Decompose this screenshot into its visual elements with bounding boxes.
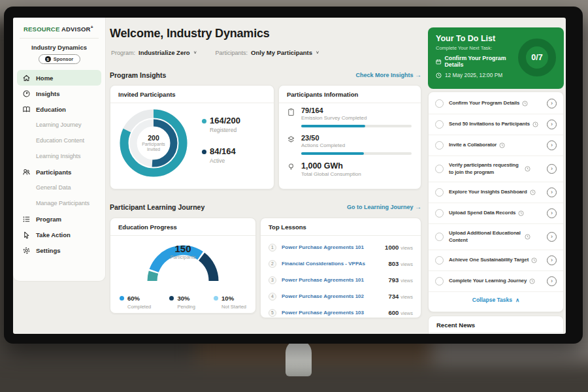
sidebar-item-learning-insights[interactable]: Learning Insights	[17, 148, 101, 164]
todo-hero-card: Your To Do List Complete Your Next Task:…	[428, 27, 564, 89]
lesson-link[interactable]: Power Purchase Agreements 101	[282, 277, 364, 283]
sidebar-item-program[interactable]: Program	[17, 211, 101, 227]
sidebar-item-insights[interactable]: Insights	[17, 86, 101, 101]
org-name: Industry Dynamics	[13, 44, 105, 51]
sidebar-item-participants[interactable]: Participants	[17, 164, 101, 180]
legend-dot	[169, 296, 174, 301]
gauge-center-label: 150 Participants	[110, 243, 255, 260]
todo-progress-ring: 0/7	[518, 39, 556, 76]
lesson-row[interactable]: 4 Power Purchase Agreements 102 734views	[261, 288, 421, 304]
legend-completed: 60% Completed	[120, 291, 151, 310]
chevron-down-icon: ∨	[316, 50, 319, 55]
lesson-link[interactable]: Power Purchase Agreements 103	[282, 310, 364, 316]
task-checkbox[interactable]	[435, 277, 444, 286]
top-lessons-card: Top Lessons 1 Power Purchase Agreements …	[260, 218, 421, 318]
bulb-icon	[287, 163, 295, 171]
donut-center-label: 200 Participants Invited	[117, 106, 190, 180]
rank-badge: 2	[269, 260, 276, 268]
sidebar-item-learning-journey[interactable]: Learning Journey	[17, 117, 101, 133]
task-chevron-button[interactable]: ›	[547, 164, 557, 174]
rank-badge: 1	[269, 244, 276, 252]
task-row[interactable]: Send 50 Invitations to Participants ›	[429, 114, 563, 135]
sidebar-item-general-data[interactable]: General Data	[17, 180, 101, 195]
task-row[interactable]: Upload Additional Educational Content ›	[429, 224, 563, 250]
task-checkbox[interactable]	[435, 209, 444, 218]
sidebar-item-manage-participants[interactable]: Manage Participants	[17, 195, 101, 211]
task-chevron-button[interactable]: ›	[547, 188, 557, 197]
chevron-up-icon: ∧	[515, 297, 519, 303]
survey-icon	[287, 108, 295, 116]
actions-icon	[287, 135, 295, 144]
card-title: Education Progress	[110, 218, 255, 236]
lesson-link[interactable]: Power Purchase Agreements 101	[282, 244, 364, 250]
lesson-row[interactable]: 2 Financial Considerations - VPPAs 803vi…	[261, 255, 421, 272]
program-filter-dropdown[interactable]: Program: Industrialize Zero ∨	[111, 49, 197, 56]
sidebar-item-education[interactable]: Education	[17, 101, 101, 117]
sponsor-badge: $ Sponsor	[39, 54, 80, 64]
task-chevron-button[interactable]: ›	[547, 99, 557, 108]
sidebar-item-home[interactable]: Home	[17, 70, 101, 86]
collapse-tasks-link[interactable]: Collapse Tasks ∧	[429, 292, 563, 308]
lesson-link[interactable]: Financial Considerations - VPPAs	[282, 261, 365, 267]
participants-icon	[22, 168, 31, 176]
arrow-right-icon: →	[415, 71, 421, 78]
sidebar-item-take-action[interactable]: Take Action	[17, 227, 101, 242]
task-checkbox[interactable]	[435, 188, 444, 197]
task-checkbox[interactable]	[435, 256, 444, 265]
task-clock-icon	[518, 210, 524, 216]
todo-due: 12 May 2025, 12:00 PM	[436, 72, 522, 78]
task-row[interactable]: Invite a Collaborator ›	[429, 135, 563, 156]
task-chevron-button[interactable]: ›	[547, 208, 557, 218]
monitor-bezel: RESOURCE ADVISOR+ Industry Dynamics $ Sp…	[4, 7, 583, 344]
donut-legend: 164/200 Registered 84/164 Active	[202, 114, 240, 176]
task-chevron-button[interactable]: ›	[547, 140, 557, 150]
task-clock-icon	[525, 234, 531, 240]
task-row[interactable]: Explore Your Insights Dashboard ›	[429, 182, 563, 203]
task-chevron-button[interactable]: ›	[547, 276, 557, 286]
task-clock-icon	[530, 189, 536, 195]
sidebar-item-settings[interactable]: Settings	[17, 242, 101, 258]
legend-pending: 30% Pending	[169, 291, 195, 310]
clock-icon	[436, 73, 442, 78]
task-checkbox[interactable]	[435, 233, 444, 241]
task-clock-icon	[499, 142, 505, 148]
task-row[interactable]: Upload Spend Data Records ›	[429, 203, 563, 224]
book-icon	[22, 105, 31, 114]
task-row[interactable]: Verify participants requesting to join t…	[429, 156, 563, 182]
progress-bar	[301, 152, 412, 155]
task-row[interactable]: Achieve One Sustainability Target ›	[429, 250, 563, 271]
task-clock-icon	[522, 101, 528, 106]
gear-icon	[22, 246, 31, 255]
lesson-link[interactable]: Power Purchase Agreements 102	[282, 293, 364, 299]
card-title: Participants Information	[279, 86, 421, 103]
recent-news-title: Recent News	[429, 316, 563, 333]
invited-donut-chart: 200 Participants Invited	[117, 106, 190, 180]
list-icon	[22, 215, 31, 223]
task-clock-icon	[525, 166, 531, 172]
task-checkbox[interactable]	[435, 120, 444, 129]
lesson-row[interactable]: 3 Power Purchase Agreements 101 793views	[261, 272, 421, 288]
task-clock-icon	[531, 257, 537, 263]
task-checkbox[interactable]	[435, 165, 444, 173]
task-row[interactable]: Complete Your Learning Journey ›	[429, 271, 563, 292]
task-chevron-button[interactable]: ›	[547, 120, 557, 129]
participants-filter-dropdown[interactable]: Participants: Only My Participants ∨	[216, 49, 319, 56]
progress-bar	[301, 125, 412, 127]
todo-next-task: Confirm Your Program Details	[436, 55, 522, 68]
task-clock-icon	[529, 278, 535, 284]
lesson-row[interactable]: 5 Power Purchase Agreements 103 600views	[261, 304, 421, 321]
task-chevron-button[interactable]: ›	[547, 232, 557, 242]
check-more-insights-link[interactable]: Check More Insights →	[355, 71, 421, 78]
insights-icon	[22, 90, 31, 98]
sidebar-item-education-content[interactable]: Education Content	[17, 133, 101, 148]
recent-news-card: Recent News	[428, 316, 564, 334]
page-title: Welcome, Industry Dynamics	[110, 27, 270, 41]
task-checkbox[interactable]	[435, 141, 444, 150]
task-row[interactable]: Confirm Your Program Details ›	[429, 93, 563, 114]
lesson-row[interactable]: 1 Power Purchase Agreements 101 1000view…	[261, 239, 421, 255]
take-action-icon	[22, 231, 31, 239]
go-to-learning-journey-link[interactable]: Go to Learning Journey →	[347, 203, 421, 210]
task-checkbox[interactable]	[435, 99, 444, 108]
dashboard-screen: RESOURCE ADVISOR+ Industry Dynamics $ Sp…	[13, 18, 566, 334]
task-chevron-button[interactable]: ›	[547, 255, 557, 265]
